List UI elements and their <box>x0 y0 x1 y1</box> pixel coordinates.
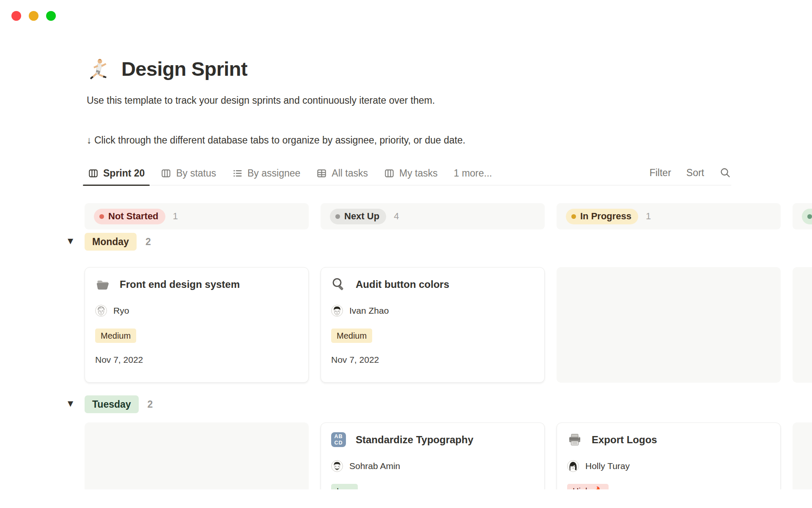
assignee-name: Sohrab Amin <box>349 461 400 471</box>
kanban-board: Not Started 1 Next Up 4 In Progress 1 <box>85 203 812 489</box>
status-dot-icon <box>99 214 104 219</box>
empty-column-placeholder <box>557 267 781 383</box>
status-dot-icon <box>807 214 812 219</box>
window-controls <box>11 11 56 21</box>
abcd-bottom: CD <box>334 440 343 446</box>
tab-label: By assignee <box>247 168 300 179</box>
tab-label: My tasks <box>399 168 438 179</box>
tab-label: All tasks <box>332 168 368 179</box>
avatar-holly-turay <box>567 460 579 472</box>
avatar-sohrab-amin <box>331 460 343 472</box>
page-description: Use this template to track your design s… <box>87 94 812 107</box>
page-title: Design Sprint <box>121 57 247 81</box>
avatar-ivan-zhao <box>331 305 343 317</box>
group-count: 2 <box>148 399 153 410</box>
assignee-name: Ryo <box>113 306 129 316</box>
column-count: 4 <box>394 211 399 222</box>
empty-column-placeholder <box>85 422 309 489</box>
magnifier-icon <box>719 167 731 179</box>
collapse-triangle-icon[interactable]: ▼ <box>68 237 85 247</box>
status-pill-green[interactable] <box>802 209 812 224</box>
status-dot-icon <box>571 214 576 219</box>
status-pill-next-up[interactable]: Next Up <box>330 209 386 224</box>
board-icon <box>88 168 99 179</box>
tab-all-tasks[interactable]: All tasks <box>311 168 373 185</box>
tab-sprint-20[interactable]: Sprint 20 <box>83 168 150 185</box>
folder-icon <box>95 277 110 292</box>
table-icon <box>316 168 327 179</box>
task-title: Export Logos <box>592 432 657 447</box>
view-tabs: Sprint 20 By status By assignee All task… <box>83 168 497 185</box>
group-count: 2 <box>145 236 151 248</box>
due-date: Nov 7, 2022 <box>331 355 534 365</box>
collapse-triangle-icon[interactable]: ▼ <box>68 399 85 409</box>
minimize-button[interactable] <box>29 11 38 21</box>
group-pill-tuesday[interactable]: Tuesday <box>85 395 139 413</box>
empty-column-placeholder <box>793 267 812 383</box>
abcd-top: AB <box>334 433 343 439</box>
board-icon <box>384 168 395 179</box>
priority-badge: Medium <box>331 329 372 343</box>
close-button[interactable] <box>11 11 21 21</box>
column-header-in-progress: In Progress 1 <box>557 203 781 229</box>
sort-button[interactable]: Sort <box>686 167 704 179</box>
cards-row-monday: Front end design system Ryo Medium <box>85 267 812 383</box>
assignee-row: Ivan Zhao <box>331 305 534 317</box>
status-dot-icon <box>335 214 340 219</box>
column-header-not-started: Not Started 1 <box>85 203 309 229</box>
column-count: 1 <box>173 211 178 222</box>
empty-column-placeholder <box>793 422 812 489</box>
zoom-button[interactable] <box>46 11 56 21</box>
assignee-row: Holly Turay <box>567 460 770 472</box>
column-count: 1 <box>646 211 651 222</box>
assignee-name: Holly Turay <box>585 461 630 471</box>
due-date: Nov 7, 2022 <box>95 355 298 365</box>
avatar-ryo <box>95 305 107 317</box>
status-pill-in-progress[interactable]: In Progress <box>566 209 638 224</box>
tab-by-assignee[interactable]: By assignee <box>227 168 305 185</box>
task-card-front-end-design-system[interactable]: Front end design system Ryo Medium <box>85 267 309 383</box>
status-label: In Progress <box>580 211 631 222</box>
priority-badge: High 🔥 <box>567 484 609 489</box>
assignee-name: Ivan Zhao <box>349 306 389 316</box>
filter-button[interactable]: Filter <box>650 167 671 179</box>
tab-label: 1 more... <box>454 168 492 179</box>
runner-emoji-icon <box>87 58 110 80</box>
tab-my-tasks[interactable]: My tasks <box>379 168 443 185</box>
column-header-row: Not Started 1 Next Up 4 In Progress 1 <box>85 203 812 229</box>
priority-badge: Low <box>331 484 358 489</box>
tab-label: Sprint 20 <box>103 168 145 179</box>
group-header-monday: ▼ Monday 2 <box>68 233 812 251</box>
status-pill-not-started[interactable]: Not Started <box>94 209 165 224</box>
magnifier-emoji-icon <box>331 277 346 292</box>
page-header: Design Sprint Use this template to track… <box>0 0 812 146</box>
abcd-icon: AB CD <box>331 432 346 447</box>
list-icon <box>232 168 243 179</box>
group-pill-monday[interactable]: Monday <box>85 233 137 251</box>
task-title: Front end design system <box>120 277 240 292</box>
tab-by-status[interactable]: By status <box>156 168 221 185</box>
tab-label: By status <box>176 168 216 179</box>
printer-icon <box>567 432 582 447</box>
more-views-button[interactable]: 1 more... <box>449 168 497 185</box>
column-header-next-up: Next Up 4 <box>321 203 545 229</box>
board-icon <box>161 168 171 179</box>
task-card-standardize-typography[interactable]: AB CD Standardize Typography <box>321 422 545 489</box>
task-card-audit-button-colors[interactable]: Audit button colors Ivan Zhao Medium N <box>321 267 545 383</box>
search-button[interactable] <box>719 167 731 179</box>
task-title: Standardize Typography <box>356 432 473 447</box>
task-card-export-logos[interactable]: Export Logos Holly Turay High 🔥 <box>557 422 781 489</box>
assignee-row: Sohrab Amin <box>331 460 534 472</box>
status-label: Next Up <box>344 211 379 222</box>
view-toolbar: Sprint 20 By status By assignee All task… <box>83 167 731 185</box>
priority-badge: Medium <box>95 329 136 343</box>
page-instruction: ↓ Click through the different database t… <box>87 134 812 146</box>
toolbar-actions: Filter Sort <box>650 167 731 185</box>
assignee-row: Ryo <box>95 305 298 317</box>
column-header-done-partial <box>793 203 812 229</box>
cards-row-tuesday: AB CD Standardize Typography <box>85 422 812 489</box>
group-header-tuesday: ▼ Tuesday 2 <box>68 395 812 413</box>
task-title: Audit button colors <box>356 277 449 292</box>
status-label: Not Started <box>108 211 159 222</box>
